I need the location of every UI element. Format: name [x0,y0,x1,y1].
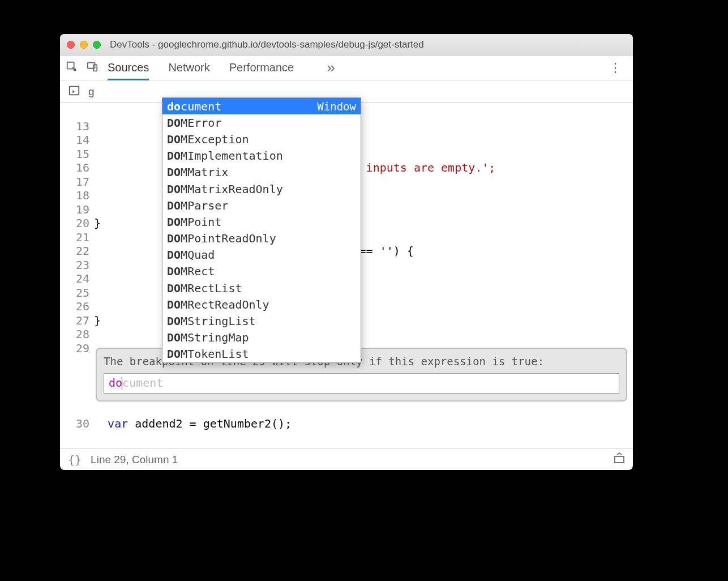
conditional-breakpoint-input[interactable]: document [104,373,619,394]
autocomplete-item[interactable]: DOMError [162,114,361,131]
autocomplete-item[interactable]: DOMRect [162,263,361,280]
autocomplete-item[interactable]: DOMTokenList [162,346,361,362]
traffic-lights [67,41,101,49]
tabs-overflow-button[interactable]: » [327,59,335,76]
cursor-position: Line 29, Column 1 [91,454,178,466]
window-title: DevTools - googlechrome.github.io/devtoo… [110,39,424,50]
zoom-window-button[interactable] [93,41,101,49]
tab-sources[interactable]: Sources [108,55,149,80]
editor-statusbar: {} Line 29, Column 1 [60,448,633,470]
svg-rect-4 [615,456,624,463]
autocomplete-item[interactable]: DOMQuad [162,247,361,263]
code-line-30: 30 var addend2 = getNumber2(); [60,417,633,431]
line-gutter: 13 14 15 16 17 18 19 20 21 22 23 24 25 2… [60,103,94,448]
svg-rect-3 [70,86,79,95]
devtools-tabbar: Sources Network Performance » ⋮ [60,55,633,80]
autocomplete-item[interactable]: DOMParser [162,197,361,213]
autocomplete-item[interactable]: DOMException [162,131,361,147]
autocomplete-popup[interactable]: documentWindowDOMErrorDOMExceptionDOMImp… [162,97,361,363]
autocomplete-item[interactable]: DOMStringMap [162,330,361,346]
show-navigator-button[interactable] [68,84,80,99]
autocomplete-item[interactable]: DOMRectList [162,280,361,296]
autocomplete-item[interactable]: DOMMatrixReadOnly [162,181,361,197]
tab-network[interactable]: Network [168,55,209,80]
inspect-element-icon[interactable] [66,61,78,75]
autocomplete-item[interactable]: DOMMatrix [162,164,361,181]
show-console-button[interactable] [614,452,625,467]
current-file-label: g [88,86,95,98]
devtools-window: DevTools - googlechrome.github.io/devtoo… [60,34,633,470]
autocomplete-item[interactable]: documentWindow [162,98,361,114]
pretty-print-button[interactable]: {} [68,453,82,467]
device-toolbar-icon[interactable] [86,61,99,75]
autocomplete-item[interactable]: DOMImplementation [162,148,361,164]
autocomplete-item[interactable]: DOMPoint [162,213,361,230]
autocomplete-item[interactable]: DOMRectReadOnly [162,296,361,313]
minimize-window-button[interactable] [80,41,88,49]
tab-performance[interactable]: Performance [229,55,294,80]
window-titlebar: DevTools - googlechrome.github.io/devtoo… [60,34,633,55]
close-window-button[interactable] [67,41,75,49]
autocomplete-item[interactable]: DOMStringList [162,313,361,329]
more-options-button[interactable]: ⋮ [603,61,627,75]
autocomplete-item[interactable]: DOMPointReadOnly [162,230,361,247]
